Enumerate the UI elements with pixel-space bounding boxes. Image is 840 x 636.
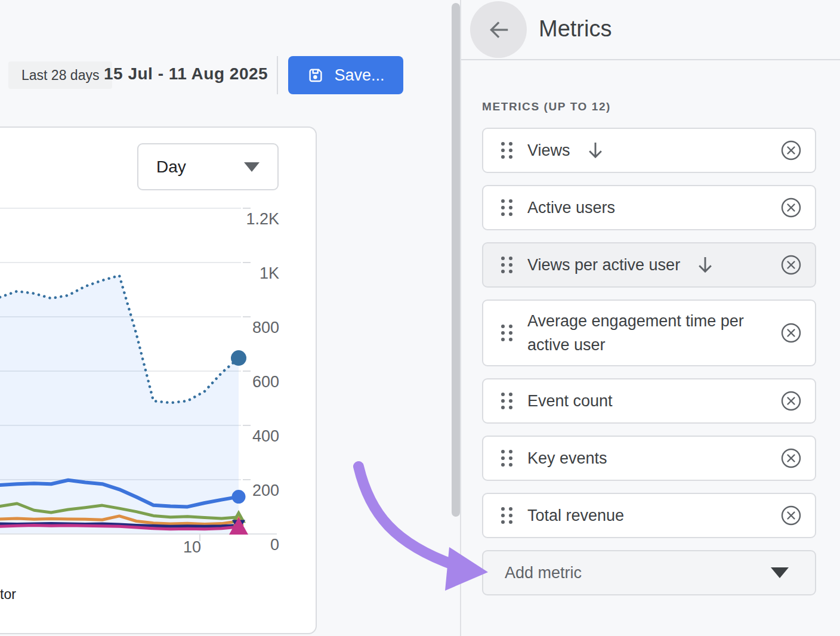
metric-label: Average engagement time per active user — [527, 309, 754, 357]
y-axis-tick — [243, 316, 251, 317]
save-floppy-icon — [307, 66, 325, 84]
y-axis-tick — [243, 371, 251, 372]
panel-header-divider — [461, 59, 840, 60]
y-axis-tick — [243, 208, 251, 209]
sort-descending-icon — [586, 140, 605, 160]
drag-handle-icon[interactable] — [501, 325, 512, 341]
sort-descending-icon — [696, 255, 715, 275]
y-axis-tick-label: 0 — [237, 536, 279, 554]
remove-metric-button[interactable] — [780, 505, 802, 526]
metric-chip-event-count[interactable]: Event count — [482, 378, 816, 424]
close-circle-icon — [780, 254, 802, 276]
metric-label: Views per active user — [527, 253, 680, 277]
metric-label: Total revenue — [527, 504, 624, 527]
drag-handle-icon[interactable] — [501, 257, 512, 273]
save-button[interactable]: Save... — [288, 56, 403, 94]
close-circle-icon — [780, 322, 802, 344]
metric-label: Views — [527, 138, 570, 162]
drag-handle-icon[interactable] — [501, 450, 512, 467]
metric-list: ViewsActive usersViews per active userAv… — [482, 128, 816, 595]
arrow-left-icon — [485, 16, 512, 44]
gridline — [0, 533, 277, 535]
close-circle-icon — [780, 505, 802, 526]
y-axis-tick — [243, 479, 251, 480]
drag-handle-icon[interactable] — [501, 142, 512, 159]
remove-metric-button[interactable] — [780, 140, 802, 161]
y-axis-tick-label: 600 — [237, 373, 279, 391]
y-axis-tick — [243, 425, 251, 426]
gridline — [0, 425, 241, 426]
y-axis-tick-label: 1K — [237, 264, 279, 283]
remove-metric-button[interactable] — [780, 322, 802, 344]
add-metric-label: Add metric — [505, 564, 582, 582]
gridline — [0, 316, 241, 317]
x-axis-tick-label: 10 — [179, 538, 205, 557]
close-circle-icon — [780, 390, 802, 412]
legend-partial-text: tor — [0, 586, 16, 603]
metric-chip-total-revenue[interactable]: Total revenue — [482, 493, 816, 538]
metric-chip-key-events[interactable]: Key events — [482, 436, 816, 481]
drag-handle-icon[interactable] — [501, 393, 512, 409]
gridline — [0, 371, 241, 372]
chevron-down-icon — [244, 162, 260, 172]
close-circle-icon — [780, 140, 802, 161]
y-axis-tick-label: 1.2K — [237, 210, 279, 229]
panel-title: Metrics — [539, 16, 612, 42]
remove-metric-button[interactable] — [780, 254, 802, 276]
metric-chip-average-engagement-time-per-active-user[interactable]: Average engagement time per active user — [482, 300, 816, 366]
scrollbar[interactable] — [452, 3, 460, 517]
y-axis-tick-label: 800 — [237, 319, 279, 337]
drag-handle-icon[interactable] — [501, 199, 512, 216]
remove-metric-button[interactable] — [780, 447, 802, 469]
metric-chip-active-users[interactable]: Active users — [482, 185, 816, 230]
remove-metric-button[interactable] — [780, 197, 802, 218]
metrics-section-label: METRICS (UP TO 12) — [482, 100, 611, 113]
metric-label: Active users — [527, 196, 615, 220]
add-metric-dropdown[interactable]: Add metric — [482, 550, 816, 595]
close-circle-icon — [780, 447, 802, 469]
close-circle-icon — [780, 197, 802, 218]
chevron-down-icon — [771, 567, 789, 578]
granularity-value: Day — [156, 158, 186, 177]
y-axis-tick — [243, 262, 251, 263]
granularity-dropdown[interactable]: Day — [137, 143, 279, 190]
y-axis-tick-label: 200 — [237, 481, 279, 500]
gridline — [0, 479, 241, 480]
metric-chip-views-per-active-user[interactable]: Views per active user — [482, 242, 816, 288]
metric-label: Event count — [527, 389, 613, 413]
drag-handle-icon[interactable] — [501, 507, 512, 524]
metric-label: Key events — [527, 446, 607, 470]
gridline — [0, 208, 241, 209]
header-divider — [277, 56, 278, 94]
remove-metric-button[interactable] — [780, 390, 802, 412]
date-range-text: 15 Jul - 11 Aug 2025 — [104, 64, 268, 84]
metric-chip-views[interactable]: Views — [482, 128, 816, 173]
metrics-panel: Metrics METRICS (UP TO 12) ViewsActive u… — [461, 0, 840, 636]
save-button-label: Save... — [334, 66, 384, 85]
date-preset-chip[interactable]: Last 28 days — [8, 61, 112, 89]
gridline — [0, 262, 241, 263]
y-axis-tick-label: 400 — [237, 427, 279, 446]
back-button[interactable] — [470, 1, 527, 58]
